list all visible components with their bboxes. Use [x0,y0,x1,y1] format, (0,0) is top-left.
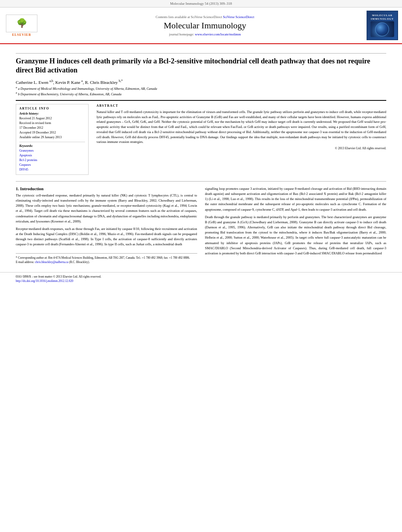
journal-homepage-link[interactable]: www.elsevier.com/locate/molimm [195,32,241,36]
abstract-text: Natural killer and T cell-mediated cytot… [96,109,386,145]
paper-title: Granzyme H induces cell death primarily … [16,57,386,75]
right-para1: signalling loop promotes caspase 3 activ… [205,186,387,212]
body-left-col: 1. Introduction The cytotoxic cell-media… [16,186,197,264]
affiliations: a a Department of Medical Microbiology a… [16,86,386,96]
elsevier-logo: 🌳 ELSEVIER [4,11,39,40]
abstract-title: ABSTRACT [96,104,386,108]
email-link[interactable]: chris.bleackley@ualberta.ca [35,260,69,264]
accepted-line: Accepted 19 December 2012 [19,130,85,135]
history-subtitle: Article history: [19,112,85,115]
doi-link[interactable]: http://dx.doi.org/10.1016/j.molimm.2012.… [16,279,73,283]
journal-reference: Molecular Immunology 54 (2013) 309–318 [170,2,232,6]
elsevier-tree-icon: 🌳 [17,18,27,28]
globe-icon [375,22,389,36]
footnote-area: * Corresponding author at: Rm 4-67A Medi… [16,253,197,265]
sciverse-line: Contents lists available at SciVerse Sci… [156,15,254,19]
keywords-title: Keywords: [19,144,85,148]
received-line: Received 21 August 2012 [19,116,85,121]
elsevier-brand-label: ELSEVIER [12,33,31,37]
keyword-apoptosis: Apoptosis [19,153,85,158]
keyword-dff45: DFF45 [19,167,85,172]
affil-a-text: a Department of Medical Microbiology and… [18,87,157,91]
available-line: Available online 29 January 2013 [19,135,85,140]
intro-para2: Receptor-mediated death responses, such … [16,226,197,247]
elsevier-logo-box: 🌳 [6,15,37,32]
info-divider [19,142,85,142]
journal-logo-title: MOLECULAR IMMUNOLOGY [367,14,397,20]
affiliation-b: b b Department of Biochemistry, Universi… [16,91,386,97]
affiliation-a: a a Department of Medical Microbiology a… [16,86,386,91]
received-revised-label: Received in revised form [19,121,85,126]
keyword-bcl2: Bcl-2 proteins [19,158,85,163]
intro-para1: The cytotoxic cell-mediated response, me… [16,193,197,224]
keyword-caspases: Caspases [19,163,85,167]
received-revised-date: 17 December 2012 [19,126,85,130]
footnote-email: E-mail address: chris.bleackley@ualberta… [16,260,197,264]
right-para2: Death through the granule pathway is med… [205,215,387,256]
page-wrapper: Molecular Immunology 54 (2013) 309–318 🌳… [0,0,402,532]
contents-label: Contents lists available at SciVerse Sci… [156,15,222,19]
sciverse-link[interactable]: SciVerse ScienceDirect [223,15,254,19]
main-content: Granzyme H induces cell death primarily … [0,44,402,268]
affil-b-text: b Department of Biochemistry, University… [18,92,122,96]
authors-line: Catherine L. Ewen a,b, Kevin P. Kane a, … [16,79,386,85]
intro-title: 1. Introduction [16,186,197,191]
divider-body [16,181,386,182]
journal-top-bar: Molecular Immunology 54 (2013) 309–318 [0,0,402,7]
body-right-col: signalling loop promotes caspase 3 activ… [205,186,387,264]
footnote-star: * Corresponding author at: Rm 4-67A Medi… [16,256,197,260]
copyright-line: © 2013 Elsevier Ltd. All rights reserved… [96,146,386,150]
journal-homepage: journal homepage: www.elsevier.com/locat… [169,32,241,36]
body-content: 1. Introduction The cytotoxic cell-media… [16,186,386,264]
article-info-box: ARTICLE INFO Article history: Received 2… [16,104,89,175]
journal-logo-box: MOLECULAR IMMUNOLOGY [367,11,398,40]
header-area: 🌳 ELSEVIER Contents lists available at S… [0,7,402,44]
bottom-doi: http://dx.doi.org/10.1016/j.molimm.2012.… [16,279,386,283]
journal-homepage-label: journal homepage: [169,32,194,36]
journal-title: Molecular Immunology [164,20,246,31]
body-two-col: 1. Introduction The cytotoxic cell-media… [16,186,386,264]
keyword-granzymes: Granzymes [19,148,85,153]
bottom-bar: 0161-5890/$ – see front matter © 2013 El… [0,272,402,285]
bottom-issn: 0161-5890/$ – see front matter © 2013 El… [16,274,386,279]
divider-top [16,53,386,54]
abstract-col: ABSTRACT Natural killer and T cell-media… [96,104,386,178]
divider-thick [16,100,386,101]
header-center: Contents lists available at SciVerse Sci… [43,11,367,40]
article-info-abstract-cols: ARTICLE INFO Article history: Received 2… [16,104,386,178]
article-info-col: ARTICLE INFO Article history: Received 2… [16,104,89,178]
article-info-title: ARTICLE INFO [19,107,85,110]
journal-logo-image [371,21,394,37]
